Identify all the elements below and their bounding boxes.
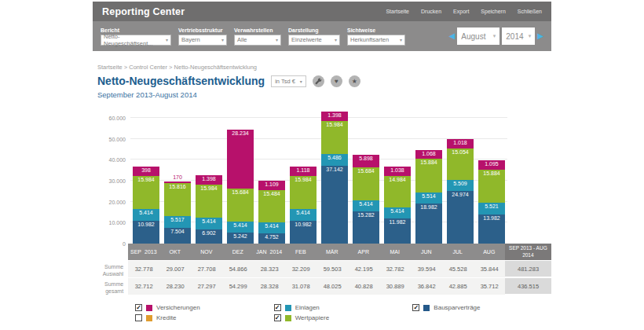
segment-wertpapiere[interactable]: 15.884 [478,170,505,203]
segment-wertpapiere[interactable]: 14.984 [384,176,411,207]
segment-wertpapiere[interactable]: 15.984 [196,185,222,218]
table-cell: 45.528 [442,261,474,277]
segment-value-label: 5.414 [390,207,404,214]
total-column-header: SEP 2013 - AUG 2014 [505,244,551,260]
segment-versicherungen[interactable]: 1.398 [321,112,348,121]
segment-bausparvertraege[interactable]: 5.242 [227,233,254,244]
legend: ✓VersicherungenKredite✓Einlagen✓Wertpapi… [135,304,551,321]
segment-versicherungen[interactable]: 1.095 [478,160,505,170]
segment-wertpapiere[interactable]: 15.684 [227,189,254,222]
segment-value-label: 5.414 [233,222,247,228]
segment-versicherungen[interactable]: 1.018 [447,139,474,148]
segment-versicherungen[interactable]: 5.898 [353,155,379,167]
year-dropdown[interactable]: 2014 ▾ [502,28,535,45]
segment-bausparvertraege[interactable]: 15.282 [353,211,379,244]
nav-speichern[interactable]: Speichern [481,9,506,14]
heart-icon: ♥ [335,78,338,85]
segment-versicherungen[interactable]: 1.038 [384,167,411,176]
segment-wertpapiere[interactable]: 15.884 [415,159,442,192]
segment-wertpapiere[interactable]: 15.054 [447,148,474,180]
segment-bausparvertraege[interactable]: 37.142 [321,166,348,244]
segment-value-label: 5.486 [327,154,342,160]
segment-bausparvertraege[interactable]: 6.902 [196,229,222,244]
y-axis-tick-label: 60.000 [109,116,126,121]
segment-einlagen[interactable]: 5.414 [353,200,379,211]
month-dropdown[interactable]: August ▾ [457,28,499,45]
darstellung-dropdown[interactable]: Einzelwerte ▾ [288,35,340,46]
nav-schliessen[interactable]: Schließen [518,9,542,14]
settings-button[interactable] [313,75,324,87]
segment-einlagen[interactable]: 5.414 [227,222,254,233]
segment-wertpapiere[interactable]: 15.984 [133,176,159,210]
segment-einlagen[interactable]: 5.414 [196,218,222,229]
dropdown-value: Alle [237,36,247,43]
segment-einlagen[interactable]: 5.414 [258,222,285,233]
segment-value-label: 10.982 [295,221,311,227]
bar-slot-SEP: 10.9825.41415.984398 [130,167,162,244]
segment-wertpapiere[interactable]: 15.684 [353,167,379,200]
sichtweise-dropdown[interactable]: Herkunftsarten ▾ [347,35,405,46]
favorite-button[interactable]: ♥ [331,75,342,87]
table-cell: 32.778 [128,261,159,277]
segment-bausparvertraege[interactable]: 4.752 [258,233,285,244]
segment-value-label: 15.054 [452,148,468,155]
bar-slot-DEZ: 5.2425.41415.68428.234 [225,130,256,244]
table-cell: 59.503 [317,261,348,277]
segment-einlagen[interactable]: 5.514 [415,192,442,204]
legend-checkbox[interactable]: ✓ [274,304,281,311]
unit-dropdown[interactable]: in Tsd € ▾ [271,75,306,87]
segment-value-label: 1.038 [390,167,404,173]
y-axis-tick-label: 40.000 [109,157,126,163]
segment-einlagen[interactable]: 5.509 [447,180,474,192]
segment-versicherungen[interactable]: 398 [133,167,159,176]
nav-startseite[interactable]: Startseite [386,9,409,14]
next-month-arrow-icon[interactable]: ▶ [537,32,543,40]
segment-bausparvertraege[interactable]: 7.504 [164,228,191,244]
table-cell: 27.708 [191,261,222,277]
bar-slot-JAN: 4.7525.41415.4841.109 [256,181,287,244]
star-icon: ★ [352,78,357,85]
bookmark-button[interactable]: ★ [349,75,360,87]
segment-bausparvertraege[interactable]: 10.982 [133,221,159,244]
top-header: Reporting Center Startseite Drucken Expo… [93,2,551,21]
dropdown-value: Einzelwerte [291,36,322,43]
bericht-dropdown[interactable]: Netto-Neugeschäftsent... ▾ [101,35,171,46]
previous-month-arrow-icon[interactable]: ◀ [449,32,456,40]
segment-value-label: 1.398 [202,175,216,182]
segment-bausparvertraege[interactable]: 13.982 [478,214,505,244]
nav-drucken[interactable]: Drucken [421,9,441,14]
segment-einlagen[interactable]: 5.486 [321,154,348,166]
legend-checkbox[interactable]: ✓ [135,304,142,311]
legend-checkbox[interactable]: ✓ [412,304,419,311]
segment-wertpapiere[interactable]: 15.816 [164,183,191,216]
legend-item-bausparverträge: ✓Bausparverträge [412,304,551,311]
segment-versicherungen[interactable]: 1.398 [196,175,222,185]
segment-bausparvertraege[interactable]: 11.982 [384,218,411,244]
nav-export[interactable]: Export [453,9,469,14]
segment-einlagen[interactable]: 5.414 [290,209,317,220]
segment-bausparvertraege[interactable]: 18.982 [415,204,442,244]
segment-value-label: 1.018 [453,139,467,145]
verwahrstellen-dropdown[interactable]: Alle ▾ [234,35,281,46]
segment-versicherungen[interactable]: 1.109 [258,181,285,190]
legend-checkbox[interactable]: ✓ [274,314,281,321]
table-cell: 28.328 [254,278,285,294]
segment-einlagen[interactable]: 5.517 [164,216,191,228]
segment-versicherungen[interactable]: 1.068 [415,150,442,160]
x-axis-label-OKT: OKT [159,244,191,260]
segment-wertpapiere[interactable]: 15.484 [258,190,285,222]
table-cell: 35.712 [474,278,505,294]
legend-checkbox[interactable] [135,314,142,321]
segment-bausparvertraege[interactable]: 10.982 [290,221,317,244]
segment-bausparvertraege[interactable]: 24.974 [447,191,474,244]
app-window: Reporting Center Startseite Drucken Expo… [93,2,551,321]
segment-einlagen[interactable]: 5.414 [384,207,411,218]
segment-wertpapiere[interactable]: 15.984 [290,176,317,210]
segment-einlagen[interactable]: 5.521 [478,203,505,214]
segment-versicherungen[interactable]: 28.234 [227,130,254,189]
segment-value-label: 14.984 [389,176,405,182]
segment-einlagen[interactable]: 5.414 [133,209,159,220]
vertriebsstruktur-dropdown[interactable]: Bayern ▾ [178,35,227,46]
segment-wertpapiere[interactable]: 15.984 [321,121,348,155]
segment-versicherungen[interactable]: 1.118 [290,167,317,176]
